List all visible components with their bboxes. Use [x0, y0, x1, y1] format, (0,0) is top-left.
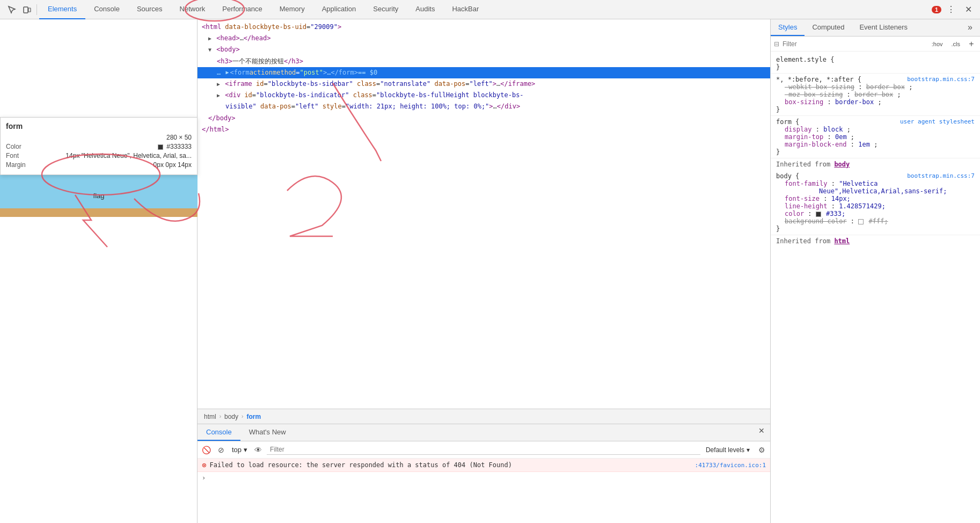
- dom-line-html-close: </html>: [198, 124, 770, 135]
- console-tab-whats-new[interactable]: What's New: [240, 424, 295, 441]
- dom-line-head[interactable]: ▶ <head>…</head>: [198, 33, 770, 44]
- prop-color: color : #333;: [776, 210, 975, 217]
- tab-nav: Elements Console Sources Network Perform…: [39, 0, 932, 19]
- dom-line-h3[interactable]: <h3>一个不能按的按钮</h3>: [198, 56, 770, 67]
- dom-line-form[interactable]: … ▶ <form action method="post">…</form> …: [198, 67, 770, 78]
- prop-background-color: background-color : #fff;: [776, 217, 975, 225]
- rule-source-body[interactable]: bootstrap.min.css:7: [907, 172, 975, 179]
- close-console-icon[interactable]: ✕: [755, 424, 768, 437]
- more-options-icon[interactable]: ⋮: [944, 2, 959, 17]
- tab-hackbar[interactable]: HackBar: [443, 0, 487, 19]
- console-settings-icon[interactable]: ⚙: [755, 444, 768, 456]
- console-tabs: Console What's New ✕: [198, 424, 770, 441]
- tooltip-margin-value: 0px 0px 14px: [153, 161, 192, 169]
- dom-line-iframe[interactable]: ▶ <iframe id="blockbyte-bs-sidebar" clas…: [198, 78, 770, 90]
- svg-rect-0: [24, 7, 28, 13]
- rule-selector-body[interactable]: body {: [776, 172, 799, 180]
- rule-source-form[interactable]: user agent stylesheet: [900, 118, 975, 125]
- rule-form: form { user agent stylesheet display : b…: [771, 116, 980, 158]
- prop-font-size: font-size : 14px;: [776, 195, 975, 202]
- prop-webkit-box-sizing: -webkit-box-sizing : border-box ;: [776, 83, 975, 91]
- dom-line-div[interactable]: ▶ <div id="blockbyte-bs-indicator" class…: [198, 90, 770, 101]
- tab-elements[interactable]: Elements: [39, 0, 85, 19]
- prop-line-height: line-height : 1.428571429;: [776, 202, 975, 210]
- tooltip-color-row: Color #333333: [6, 143, 192, 150]
- console-prompt-row[interactable]: ›: [198, 472, 770, 484]
- dom-line-body[interactable]: ▼ <body>: [198, 44, 770, 55]
- error-icon: ⊗: [202, 461, 206, 469]
- tab-network[interactable]: Network: [171, 0, 214, 19]
- styles-tab-computed[interactable]: Computed: [805, 19, 852, 36]
- rule-selector[interactable]: element.style {: [776, 56, 834, 63]
- prop-moz-box-sizing: -moz-box-sizing : border-box ;: [776, 91, 975, 98]
- styles-tab-styles[interactable]: Styles: [771, 19, 805, 36]
- dom-tree: <html data-blockbyte-bs-uid="29009"> ▶ <…: [198, 19, 770, 409]
- inherited-from-html-header: Inherited from html: [771, 235, 980, 247]
- prop-margin-top: margin-top : 0em ;: [776, 133, 975, 141]
- tooltip-font-row: Font 14px "Helvetica Neue", Helvetica, A…: [6, 152, 192, 159]
- console-error-text: Failed to load resource: the server resp…: [209, 461, 694, 469]
- dom-panel: <html data-blockbyte-bs-uid="29009"> ▶ <…: [198, 19, 771, 523]
- color-swatch-body: [816, 212, 821, 217]
- preview-bottom-bar: [0, 208, 198, 217]
- tab-application[interactable]: Application: [313, 0, 365, 19]
- tooltip-color-label: Color: [6, 143, 21, 150]
- tab-memory[interactable]: Memory: [271, 0, 313, 19]
- styles-tab-event-listeners[interactable]: Event Listeners: [852, 19, 915, 36]
- console-error-source[interactable]: :41733/favicon.ico:1: [695, 462, 766, 469]
- styles-panel: Styles Computed Event Listeners » ⊟ :hov…: [771, 19, 980, 523]
- tab-performance[interactable]: Performance: [214, 0, 270, 19]
- hov-button[interactable]: :hov: [929, 40, 946, 48]
- console-context-select[interactable]: top ▾: [230, 445, 250, 455]
- breadcrumb-form[interactable]: form: [244, 412, 263, 422]
- rule-selector-form[interactable]: form {: [776, 118, 799, 126]
- tooltip-font-label: Font: [6, 152, 19, 159]
- prop-box-sizing: box-sizing : border-box ;: [776, 98, 975, 106]
- console-filter-input[interactable]: [267, 445, 700, 455]
- console-tab-console[interactable]: Console: [198, 424, 240, 441]
- dom-line-body-close: </body>: [198, 113, 770, 124]
- toolbar-right: 1 ⋮ ✕: [932, 2, 976, 17]
- tab-console[interactable]: Console: [85, 0, 128, 19]
- console-filter-icon[interactable]: ⊘: [215, 444, 228, 456]
- prop-margin-block-end: margin-block-end : 1em ;: [776, 141, 975, 148]
- inherited-from-body-header: Inherited from body: [771, 158, 980, 170]
- device-toggle-icon[interactable]: [19, 2, 34, 17]
- breadcrumb-bar: html › body › form: [198, 409, 770, 424]
- cls-button[interactable]: .cls: [949, 40, 963, 48]
- console-panel: Console What's New ✕ 🚫 ⊘ top ▾ 👁 Defaul: [198, 424, 770, 523]
- toolbar-divider: [36, 4, 37, 15]
- tooltip-color-value: #333333: [158, 143, 192, 150]
- rule-selector-universal[interactable]: *, *:before, *:after {: [776, 76, 861, 83]
- svg-rect-1: [28, 8, 31, 12]
- console-error-row: ⊗ Failed to load resource: the server re…: [198, 459, 770, 472]
- inherited-html-tag[interactable]: html: [834, 237, 850, 245]
- styles-filter-input[interactable]: [782, 40, 926, 48]
- element-tooltip: form 280 × 50 Color #333333 Font 14px "H…: [0, 117, 198, 175]
- devtools-container: Elements Console Sources Network Perform…: [0, 0, 980, 523]
- dom-line-html[interactable]: <html data-blockbyte-bs-uid="29009">: [198, 21, 770, 33]
- add-style-button[interactable]: +: [966, 39, 977, 49]
- filter-icon: ⊟: [774, 40, 779, 48]
- tab-audits[interactable]: Audits: [407, 0, 443, 19]
- inspect-icon[interactable]: [4, 2, 19, 17]
- console-eye-icon[interactable]: 👁: [252, 444, 265, 456]
- color-swatch-bg: [858, 219, 864, 224]
- tab-sources[interactable]: Sources: [128, 0, 171, 19]
- styles-tab-more-icon[interactable]: »: [960, 19, 980, 36]
- left-panel: form 280 × 50 Color #333333 Font 14px "H…: [0, 19, 198, 523]
- breadcrumb-body[interactable]: body: [222, 412, 240, 422]
- console-level-select[interactable]: Default levels ▾: [703, 445, 753, 455]
- prop-display: display : block ;: [776, 126, 975, 133]
- tooltip-margin-row: Margin 0px 0px 14px: [6, 161, 192, 169]
- tab-security[interactable]: Security: [364, 0, 407, 19]
- rule-source-universal[interactable]: bootstrap.min.css:7: [907, 76, 975, 83]
- clear-console-icon[interactable]: 🚫: [200, 444, 213, 456]
- console-toolbar: 🚫 ⊘ top ▾ 👁 Default levels ▾ ⚙: [198, 441, 770, 459]
- breadcrumb-html[interactable]: html: [202, 412, 218, 422]
- inherited-body-tag[interactable]: body: [834, 161, 850, 168]
- close-devtools-icon[interactable]: ✕: [961, 2, 976, 17]
- tooltip-title: form: [6, 122, 192, 130]
- rule-universal: *, *:before, *:after { bootstrap.min.css…: [771, 74, 980, 116]
- console-prompt-icon: ›: [202, 474, 206, 482]
